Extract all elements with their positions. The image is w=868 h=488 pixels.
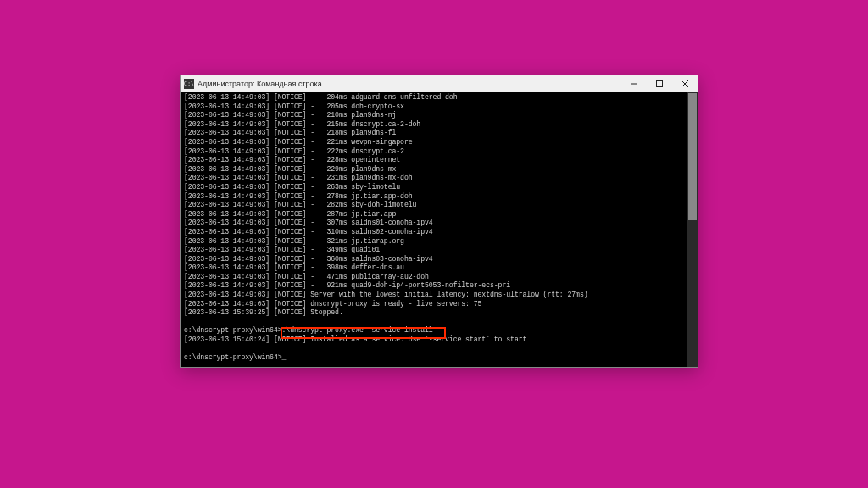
minimize-button[interactable] bbox=[621, 75, 647, 92]
terminal-output[interactable]: [2023-06-13 14:49:03] [NOTICE] - 204ms a… bbox=[181, 92, 687, 367]
close-button[interactable] bbox=[672, 75, 698, 92]
maximize-button[interactable] bbox=[647, 75, 672, 92]
command-highlight bbox=[281, 327, 446, 339]
cmd-icon: C:\ bbox=[184, 79, 194, 89]
terminal-area: [2023-06-13 14:49:03] [NOTICE] - 204ms a… bbox=[181, 92, 698, 367]
scroll-thumb[interactable] bbox=[688, 93, 697, 220]
window-controls bbox=[621, 75, 698, 92]
svg-rect-1 bbox=[657, 80, 663, 86]
titlebar[interactable]: C:\ Администратор: Командная строка bbox=[181, 75, 698, 92]
scrollbar[interactable] bbox=[687, 92, 698, 367]
command-prompt-window: C:\ Администратор: Командная строка [202… bbox=[180, 75, 698, 368]
window-title: Администратор: Командная строка bbox=[198, 80, 621, 88]
